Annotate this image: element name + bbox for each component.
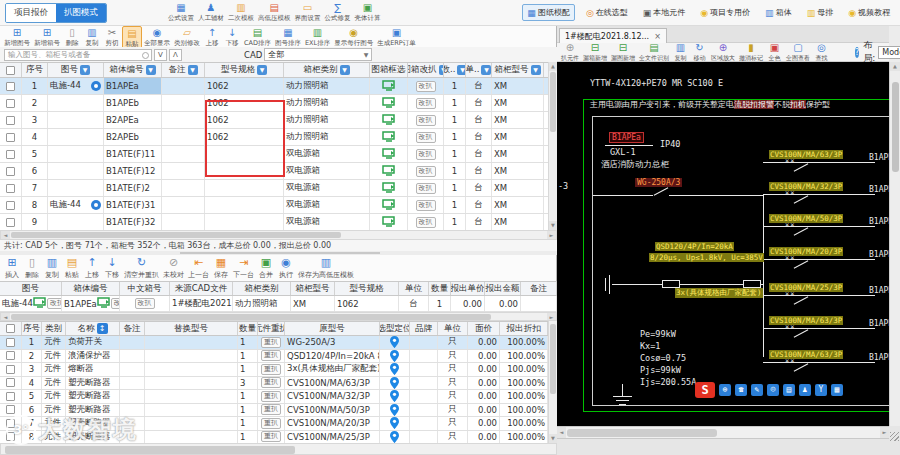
cell-frame-select[interactable] [370, 146, 408, 162]
scroll-up-icon[interactable]: ▲ [890, 62, 900, 71]
cell-box-no[interactable]: B1ATE(F)2 [104, 180, 162, 196]
cell-category[interactable]: 双电源箱 [284, 163, 370, 179]
pen-icon[interactable]: ✎ [751, 384, 763, 396]
rescan-button[interactable]: 改扒 [416, 166, 436, 177]
component-row[interactable]: 6元件塑壳断路器1重扒CVS100N/MA/50/3P只0.00100.00% [0, 404, 548, 418]
full-file-recognize-button[interactable]: ▤全文件识别 [637, 41, 671, 64]
scroll-left-icon[interactable]: ◄ [1, 313, 10, 320]
drawing-match-button[interactable]: ▦图纸模配 [522, 4, 575, 21]
undo-mark-button[interactable]: ▮撤消标记 [737, 41, 765, 64]
filter-icon[interactable]: ▼ [188, 65, 198, 75]
cell-rescan[interactable]: 重扒 [258, 363, 285, 376]
save-hvlv-template-button[interactable]: ▥保存为高低压模板 [296, 255, 356, 281]
cell-qty[interactable]: 1 [444, 78, 466, 94]
checkbox[interactable] [6, 66, 15, 75]
delete-button[interactable]: ▯删除 [22, 255, 42, 281]
cell-check[interactable] [0, 350, 22, 363]
cell-check[interactable] [0, 363, 22, 376]
frame-select-icon[interactable] [382, 216, 396, 229]
unverified-button[interactable]: ⊘未校对 [161, 255, 186, 281]
move-up-button[interactable]: ↑上移 [202, 26, 222, 49]
search-input[interactable]: 输入图号、箱柜号或者备 [4, 49, 152, 61]
move-up-button[interactable]: ↑上移 [82, 255, 102, 281]
filter-icon[interactable]: ▼ [531, 65, 541, 75]
scroll-down-icon[interactable]: ▼ [549, 434, 557, 443]
cell-check[interactable] [0, 336, 22, 349]
cell-qty[interactable]: 1 [444, 214, 466, 230]
cell-fig-no[interactable]: 电施-44 [48, 78, 104, 94]
cell-check[interactable] [0, 377, 22, 390]
location-pin-icon[interactable] [390, 350, 399, 362]
search-prev-button[interactable]: Λ [169, 49, 182, 61]
cell-pin[interactable] [380, 431, 410, 444]
cell-unit[interactable]: 台 [466, 146, 492, 162]
location-pin-icon[interactable] [390, 336, 399, 348]
cell-frame-select[interactable] [370, 214, 408, 230]
rescan-button[interactable]: 改扒 [416, 183, 436, 194]
ui-settings-button[interactable]: ▭界面设置 [293, 1, 323, 24]
cell-cabinet-type[interactable]: XM [492, 146, 544, 162]
shell-calc-button[interactable]: ▣壳体计算 [353, 1, 383, 24]
cell-model[interactable] [205, 180, 284, 196]
cell-rescan[interactable]: 改扒 [408, 95, 444, 111]
checkbox[interactable] [6, 82, 15, 91]
online-selection-button[interactable]: ◎在线选型 [582, 5, 632, 20]
rescan-button[interactable]: 改扒 [135, 298, 155, 309]
next-unit-button[interactable]: ⇥下一台 [231, 255, 256, 281]
cell-note[interactable] [162, 214, 205, 230]
rescan-button[interactable]: 改扒 [416, 149, 436, 160]
cell-qty[interactable]: 1 [444, 129, 466, 145]
copy-button[interactable]: ▥复制 [82, 26, 102, 49]
cell-category[interactable]: 动力照明箱 [284, 129, 370, 145]
table-row[interactable]: 9B1ATE(F)32双电源箱改扒1台XM [0, 214, 548, 230]
cell-qty[interactable]: 1 [444, 146, 466, 162]
cell-rescan[interactable]: 改扒 [408, 180, 444, 196]
cell-quote-amount[interactable]: 0.00 [485, 296, 521, 311]
cut-button[interactable]: ✂剪切 [102, 26, 122, 49]
cell-unit[interactable]: 台 [466, 214, 492, 230]
search-clear-icon[interactable] [142, 52, 149, 59]
header-col-no[interactable]: 序号 [22, 63, 48, 77]
cell-frame-select[interactable] [370, 129, 408, 145]
cell-no[interactable]: 6 [22, 163, 48, 179]
scroll-right-icon[interactable]: ► [547, 313, 556, 320]
checkbox[interactable] [6, 218, 15, 227]
layout-select[interactable]: Model ▼ [878, 46, 900, 59]
target-icon[interactable] [91, 81, 101, 91]
cell-src-cad-file[interactable]: 1#楼配电2021.8.12_t3.c [170, 296, 233, 311]
execute-button[interactable]: ◉执行 [276, 255, 296, 281]
frame-select-icon[interactable] [382, 114, 396, 127]
cell-category[interactable]: 双电源箱 [284, 180, 370, 196]
cell-note[interactable] [162, 163, 205, 179]
location-pin-icon[interactable] [390, 377, 399, 389]
pin-icon[interactable]: ⊕ [719, 384, 731, 396]
cell-rescan[interactable]: 重扒 [258, 390, 285, 403]
cell-no[interactable]: 5 [22, 146, 48, 162]
frame-select-icon[interactable] [382, 97, 396, 110]
table-row[interactable]: 8电施-44B1ATE(F)31双电源箱改扒1台XM [0, 197, 548, 214]
cell-unit[interactable]: 台 [466, 163, 492, 179]
cell-rescan[interactable]: 重扒 [258, 336, 285, 349]
checkbox[interactable] [6, 378, 15, 387]
cell-frame-select[interactable] [370, 112, 408, 128]
save-button[interactable]: ▦保存 [211, 255, 231, 281]
frame-select-icon[interactable] [382, 182, 396, 195]
hv-lv-template-button[interactable]: ▤高低压模板 [256, 1, 293, 24]
view-all-button[interactable]: ▢全图查看 [784, 41, 812, 64]
cabinet-table-vscrollbar[interactable]: ▲ ▼ [548, 62, 557, 230]
cell-pin[interactable] [380, 417, 410, 430]
cell-note[interactable] [162, 146, 205, 162]
filter-icon[interactable]: ▼ [457, 65, 466, 75]
cell-fig-no[interactable] [48, 163, 104, 179]
cell-fig-no[interactable] [48, 95, 104, 111]
insert-button[interactable]: ⊞插入 [2, 255, 22, 281]
scroll-right-icon[interactable]: ► [547, 231, 556, 239]
cell-model[interactable]: 1062 [205, 112, 284, 128]
gen-erp-order-button[interactable]: ▣生成ERP订单 [375, 26, 418, 49]
cell-category[interactable]: 动力照明箱 [284, 95, 370, 111]
phone-icon[interactable]: ☎ [735, 384, 747, 396]
cell-fig-no[interactable] [48, 214, 104, 230]
table-row[interactable]: 1电施-44B1APEa1062动力照明箱改扒1台XM [0, 78, 548, 95]
move-down-button[interactable]: ↓下移 [222, 26, 242, 49]
cell-note[interactable] [162, 95, 205, 111]
